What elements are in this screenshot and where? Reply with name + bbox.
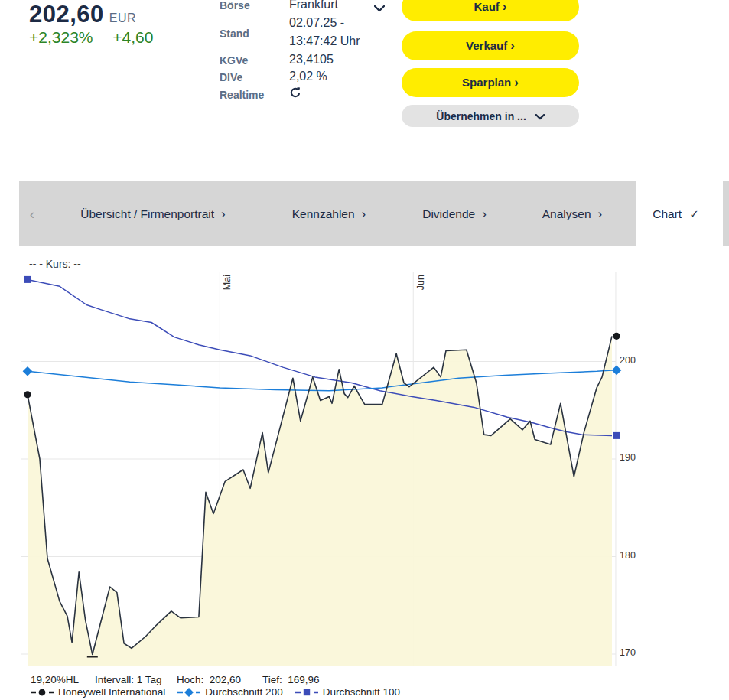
legend-label: Honeywell International — [58, 686, 165, 698]
chart-legend: Honeywell InternationalDurchschnitt 200D… — [31, 686, 400, 698]
y-axis-tick: 200 — [620, 355, 646, 366]
stand-label: Stand — [220, 28, 249, 40]
realtime-label: Realtime — [220, 89, 264, 101]
kauf-button-label: Kauf — [474, 0, 499, 13]
marker-square — [613, 432, 620, 439]
x-axis-month-label: Mai — [222, 275, 233, 290]
marker-circle — [24, 391, 31, 398]
y-axis-tick: 190 — [620, 452, 646, 463]
dive-value: 2,02 % — [289, 70, 327, 83]
tab-chart-active[interactable]: Chart ✓ — [636, 181, 716, 246]
tab-label: Kennzahlen — [292, 207, 355, 221]
legend-item-durchschnitt-200: Durchschnitt 200 — [177, 686, 282, 698]
verkauf-button-label: Verkauf — [466, 39, 507, 52]
tabbar-scroll-left-button[interactable]: ‹ — [22, 181, 42, 246]
chevron-right-icon: › — [510, 38, 515, 53]
y-axis-tick: 170 — [620, 647, 646, 658]
tabbar-edge-strip — [723, 181, 729, 246]
tabbar-divider — [44, 188, 44, 239]
series-line-durchschnitt-200 — [28, 370, 612, 391]
chart-stat-hl: 19,20%HL — [31, 674, 79, 685]
chevron-down-icon[interactable] — [374, 2, 385, 15]
marker-circle — [613, 333, 620, 340]
tab-uebersicht-firmenportrait[interactable]: Übersicht / Firmenportrait › — [80, 181, 226, 246]
stand-value-date: 02.07.25 - — [289, 16, 344, 30]
chevron-down-icon — [535, 114, 545, 120]
hoch-value: 202,60 — [210, 674, 241, 685]
change-absolute: +4,60 — [112, 28, 153, 46]
kgve-label: KGVe — [220, 54, 248, 67]
price-change: +2,323% +4,60 — [29, 28, 153, 47]
price-value: 202,60 — [29, 1, 104, 28]
diamond-legend-icon — [177, 688, 200, 697]
price-chart: MaiJun — [0, 268, 729, 675]
tab-kennzahlen[interactable]: Kennzahlen › — [292, 181, 366, 246]
kauf-button[interactable]: Kauf› — [402, 0, 579, 21]
marker-diamond — [612, 366, 622, 376]
legend-label: Durchschnitt 200 — [205, 686, 282, 698]
chevron-right-icon: › — [503, 0, 507, 14]
chevron-right-icon: › — [598, 207, 603, 222]
price-area-fill — [28, 336, 612, 666]
legend-label: Durchschnitt 100 — [323, 686, 400, 698]
stand-value-time: 13:47:42 Uhr — [289, 34, 360, 48]
chevron-right-icon: › — [514, 75, 519, 90]
stock-detail-page: 202,60EUR +2,323% +4,60 Börse Frankfurt … — [0, 0, 729, 700]
legend-item-honeywell-international: Honeywell International — [31, 686, 165, 698]
tab-label: Chart — [653, 207, 682, 221]
tab-dividende[interactable]: Dividende › — [422, 181, 487, 246]
dive-label: DIVe — [220, 71, 242, 83]
tab-label: Übersicht / Firmenportrait — [80, 207, 214, 221]
chevron-left-icon: ‹ — [30, 206, 34, 222]
sparplan-button-label: Sparplan — [462, 76, 511, 89]
hoch-label: Hoch: — [177, 674, 203, 685]
y-axis-tick: 180 — [620, 550, 646, 561]
uebernehmen-label: Übernehmen in ... — [436, 110, 526, 122]
marker-square — [24, 276, 31, 283]
boerse-value[interactable]: Frankfurt — [289, 0, 338, 11]
tab-label: Dividende — [422, 207, 475, 221]
tief-value: 169,96 — [288, 674, 319, 685]
refresh-icon[interactable] — [289, 86, 301, 102]
current-price: 202,60EUR — [29, 1, 136, 28]
chevron-right-icon: › — [362, 207, 366, 222]
section-tabbar: ‹ Übersicht / Firmenportrait › Kennzahle… — [19, 181, 716, 246]
boerse-label: Börse — [220, 0, 250, 11]
kgve-value: 23,4105 — [289, 53, 334, 67]
x-axis-month-label: Jun — [415, 275, 426, 290]
price-currency: EUR — [109, 11, 136, 24]
marker-diamond — [23, 366, 33, 376]
check-icon: ✓ — [689, 207, 699, 221]
chart-stat-tief: Tief: 169,96 — [262, 674, 320, 685]
chart-stat-interval: Intervall: 1 Tag — [95, 674, 162, 685]
circle-legend-icon — [31, 688, 54, 697]
uebernehmen-dropdown-button[interactable]: Übernehmen in ... — [402, 105, 579, 127]
tief-label: Tief: — [262, 674, 282, 685]
verkauf-button[interactable]: Verkauf› — [402, 31, 579, 60]
chevron-right-icon: › — [482, 207, 487, 222]
square-legend-icon — [295, 688, 318, 697]
legend-item-durchschnitt-100: Durchschnitt 100 — [295, 686, 400, 698]
tab-label: Analysen — [542, 207, 591, 221]
chevron-right-icon: › — [221, 207, 226, 222]
tab-analysen[interactable]: Analysen › — [542, 181, 602, 246]
chart-stat-hoch: Hoch: 202,60 — [177, 674, 241, 685]
change-percent: +2,323% — [29, 28, 93, 46]
sparplan-button[interactable]: Sparplan› — [402, 68, 579, 97]
